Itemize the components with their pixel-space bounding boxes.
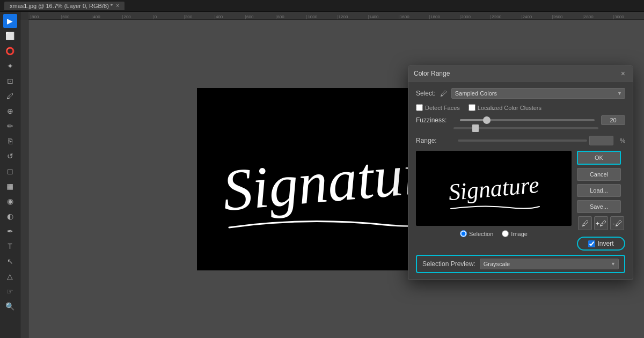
tool-hand[interactable]: ☞ xyxy=(3,284,17,298)
tool-selection[interactable]: ⬜ xyxy=(3,29,17,43)
document-tab[interactable]: xmas1.jpg @ 16.7% (Layer 0, RGB/8) * × xyxy=(4,2,125,10)
tick: 2200 xyxy=(491,15,521,19)
tool-eraser[interactable]: ◻ xyxy=(3,164,17,178)
tick: 2800 xyxy=(583,15,613,19)
tick: 0 xyxy=(153,15,184,19)
canvas-area: 800 600 400 200 0 200 400 600 800 1000 1… xyxy=(20,12,644,338)
dialog-title: Color Range xyxy=(414,70,450,77)
ok-button[interactable]: OK xyxy=(577,151,621,165)
tick: 200 xyxy=(122,15,153,19)
tool-crop[interactable]: ⊡ xyxy=(3,74,17,88)
detect-faces-checkbox-label[interactable]: Detect Faces xyxy=(416,104,460,111)
fuzziness-slider-row xyxy=(416,127,625,134)
range-row: Range: % xyxy=(416,136,625,145)
localized-color-label: Localized Color Clusters xyxy=(478,105,541,111)
localized-color-checkbox[interactable] xyxy=(469,104,475,111)
tick: 800 xyxy=(31,15,61,19)
range-slider-track[interactable] xyxy=(458,139,587,142)
selection-radio[interactable] xyxy=(460,230,467,237)
fuzziness-row: Fuzziness: xyxy=(416,115,625,125)
tick: 2400 xyxy=(522,15,552,19)
tool-move[interactable]: ▶ xyxy=(3,14,17,28)
tick: 1000 xyxy=(306,15,337,19)
image-radio-label[interactable]: Image xyxy=(502,230,528,237)
tool-lasso[interactable]: ⭕ xyxy=(3,44,17,58)
tool-type[interactable]: T xyxy=(3,239,17,253)
tick: 1600 xyxy=(399,15,429,19)
selection-preview-bar: Selection Preview: None Grayscale Black … xyxy=(416,255,625,273)
select-wrapper: Sampled Colors Reds Yellows Greens Cyans… xyxy=(451,88,625,99)
fuzziness-slider-thumb[interactable] xyxy=(483,116,491,124)
tick: 600 xyxy=(61,15,92,19)
tick: 200 xyxy=(184,15,215,19)
eyedropper-sample-button[interactable]: 🖊 xyxy=(578,216,592,230)
tool-dodge[interactable]: ◐ xyxy=(3,209,17,223)
tick: 1200 xyxy=(338,15,368,19)
tool-magic-wand[interactable]: ✦ xyxy=(3,59,17,73)
tool-zoom[interactable]: 🔍 xyxy=(3,299,17,313)
eyedropper-add-button[interactable]: +🖊 xyxy=(594,216,608,230)
dialog-titlebar: Color Range × xyxy=(408,66,633,82)
selection-radio-label[interactable]: Selection xyxy=(460,230,493,237)
tool-pen[interactable]: ✒ xyxy=(3,224,17,238)
horizontal-ruler: 800 600 400 200 0 200 400 600 800 1000 1… xyxy=(28,12,644,20)
left-toolbar: ▶ ⬜ ⭕ ✦ ⊡ 🖊 ⊕ ✏ ⎘ ↺ ◻ ▦ ◉ ◐ ✒ T ↖ △ ☞ 🔍 xyxy=(0,12,20,338)
tick: 2600 xyxy=(552,15,583,19)
tick: 3000 xyxy=(613,15,644,19)
tick: 2000 xyxy=(460,15,491,19)
range-label: Range: xyxy=(416,137,453,144)
selection-preview-select[interactable]: None Grayscale Black Matte White Matte Q… xyxy=(480,259,619,269)
eyedropper-row: 🖊 +🖊 -🖊 xyxy=(577,216,625,230)
tool-shape[interactable]: △ xyxy=(3,269,17,283)
tool-path[interactable]: ↖ xyxy=(3,254,17,268)
range-input[interactable] xyxy=(589,136,613,145)
localized-color-checkbox-label[interactable]: Localized Color Clusters xyxy=(469,104,541,111)
preview-image: Signature xyxy=(416,151,572,226)
tool-eyedropper[interactable]: 🖊 xyxy=(3,89,17,103)
main-area: ▶ ⬜ ⭕ ✦ ⊡ 🖊 ⊕ ✏ ⎘ ↺ ◻ ▦ ◉ ◐ ✒ T ↖ △ ☞ 🔍 … xyxy=(0,12,644,338)
checkbox-row: Detect Faces Localized Color Clusters xyxy=(416,104,625,111)
selection-preview-select-wrapper: None Grayscale Black Matte White Matte Q… xyxy=(480,259,619,269)
tool-healing[interactable]: ⊕ xyxy=(3,104,17,118)
tool-blur[interactable]: ◉ xyxy=(3,194,17,208)
tab-close-icon[interactable]: × xyxy=(116,3,119,9)
invert-container: Invert xyxy=(577,237,625,251)
tool-history[interactable]: ↺ xyxy=(3,149,17,163)
color-range-dialog: Color Range × Select: 🖊 Sampled Colors R… xyxy=(408,65,633,280)
dialog-main: Signature Selection xyxy=(416,151,625,251)
selection-preview-label: Selection Preview: xyxy=(422,260,475,268)
detect-faces-label: Detect Faces xyxy=(425,105,460,111)
tick: 1800 xyxy=(429,15,460,19)
tab-label: xmas1.jpg @ 16.7% (Layer 0, RGB/8) * xyxy=(10,3,113,9)
detect-faces-checkbox[interactable] xyxy=(416,104,423,111)
fuzziness-slider-track[interactable] xyxy=(460,119,595,121)
range-pct: % xyxy=(620,137,625,144)
invert-label: Invert xyxy=(597,240,613,247)
select-dropdown[interactable]: Sampled Colors Reds Yellows Greens Cyans… xyxy=(451,88,625,99)
image-radio[interactable] xyxy=(502,230,509,237)
radio-row: Selection Image xyxy=(416,230,572,237)
fuzziness-full-slider[interactable] xyxy=(453,127,598,129)
fuzziness-label: Fuzziness: xyxy=(416,116,453,124)
tick: 600 xyxy=(245,15,276,19)
select-label: Select: xyxy=(416,90,436,97)
vertical-ruler xyxy=(20,20,28,338)
eyedropper-subtract-button[interactable]: -🖊 xyxy=(610,216,624,230)
save-button[interactable]: Save... xyxy=(577,200,621,213)
tick: 800 xyxy=(276,15,306,19)
invert-checkbox[interactable] xyxy=(588,240,595,247)
tick: 1400 xyxy=(368,15,399,19)
load-button[interactable]: Load... xyxy=(577,184,621,197)
fuzziness-input[interactable] xyxy=(601,115,625,125)
ruler-ticks: 800 600 400 200 0 200 400 600 800 1000 1… xyxy=(28,12,644,19)
tick: 400 xyxy=(215,15,245,19)
preview-svg: Signature xyxy=(416,151,572,226)
dialog-close-button[interactable]: × xyxy=(619,69,627,78)
tool-gradient[interactable]: ▦ xyxy=(3,179,17,193)
fuzziness-full-thumb[interactable] xyxy=(472,124,479,132)
dialog-left: Signature Selection xyxy=(416,151,572,251)
tool-brush[interactable]: ✏ xyxy=(3,119,17,133)
cancel-button[interactable]: Cancel xyxy=(577,168,621,181)
tool-clone[interactable]: ⎘ xyxy=(3,134,17,148)
dialog-right: OK Cancel Load... Save... 🖊 +🖊 -🖊 xyxy=(577,151,625,251)
